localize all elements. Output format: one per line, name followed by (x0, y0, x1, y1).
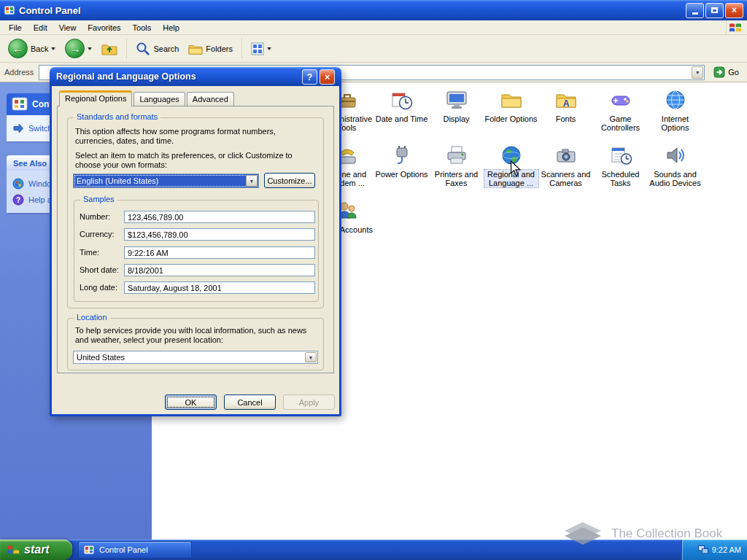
location-select-arrow-icon[interactable]: ▼ (305, 352, 317, 362)
apply-button[interactable]: Apply (283, 394, 335, 410)
menu-help[interactable]: Help (157, 22, 185, 34)
tab-advanced[interactable]: Advanced (187, 92, 234, 106)
cp-icon-printers-and-faxes[interactable]: Printers and Faxes (429, 141, 484, 196)
ok-label: OK (185, 398, 197, 407)
maximize-button[interactable] (705, 3, 724, 18)
internet-options-icon (664, 88, 687, 112)
long-date-sample-field[interactable]: Saturday, August 18, 2001 (124, 281, 315, 294)
views-button[interactable] (247, 41, 275, 57)
toolbar: ← Back → Search Folders (0, 35, 747, 63)
menu-tools[interactable]: Tools (127, 22, 158, 34)
long-date-sample-label: Long date: (80, 283, 117, 292)
cp-icon-display[interactable]: Display (429, 85, 484, 141)
scanners-cameras-icon (554, 144, 578, 167)
cancel-button[interactable]: Cancel (224, 394, 276, 410)
time-sample-field[interactable]: 9:22:16 AM (124, 246, 315, 259)
switch-view-icon (12, 122, 24, 134)
menu-view[interactable]: View (53, 22, 82, 34)
menu-file[interactable]: File (3, 22, 28, 34)
system-tray: 9:22 AM (681, 540, 747, 560)
location-select[interactable]: United States ▼ (73, 351, 318, 364)
back-button[interactable]: ← Back (4, 37, 59, 60)
number-sample-field[interactable]: 123,456,789.00 (124, 211, 315, 223)
svg-text:?: ? (16, 196, 20, 204)
forward-button[interactable]: → (61, 37, 96, 60)
close-button[interactable]: × (725, 3, 743, 18)
customize-button[interactable]: Customize... (264, 173, 315, 188)
address-dropdown-icon[interactable]: ▼ (692, 66, 703, 79)
control-panel-icon (12, 96, 28, 112)
date-time-icon (390, 88, 414, 112)
standards-formats-group: Standards and formats This option affect… (67, 117, 324, 308)
menu-favorites[interactable]: Favorites (82, 22, 126, 34)
taskbar-task-control-panel[interactable]: Control Panel (78, 541, 192, 559)
cp-icon-power-options[interactable]: Power Options (374, 141, 429, 196)
forward-dropdown-icon (88, 47, 92, 50)
cp-icon-scanners-and-cameras[interactable]: Scanners and Cameras (538, 141, 593, 196)
display-icon (445, 88, 468, 112)
cp-icon-label: Power Options (375, 170, 427, 179)
cp-icon-fonts[interactable]: A Fonts (538, 85, 593, 141)
format-select[interactable]: English (United States) ▼ (73, 174, 259, 188)
cp-icon-sounds-and-audio[interactable]: Sounds and Audio Devices (648, 141, 703, 196)
window-titlebar: Control Panel × (0, 0, 747, 20)
start-button[interactable]: start (0, 540, 72, 560)
short-date-sample-label: Short date: (80, 265, 119, 274)
cp-icon-date-and-time[interactable]: Date and Time (374, 85, 429, 141)
folders-button[interactable]: Folders (185, 41, 236, 57)
tab-regional-options[interactable]: Regional Options (59, 90, 132, 106)
dialog-tabs: Regional Options Languages Advanced (59, 90, 236, 106)
short-date-sample-field[interactable]: 8/18/2001 (124, 264, 315, 276)
menu-bar: File Edit View Favorites Tools Help (0, 20, 747, 35)
cp-icon-game-controllers[interactable]: Game Controllers (593, 85, 648, 141)
printers-faxes-icon (445, 144, 468, 167)
back-icon: ← (8, 39, 28, 58)
dialog-help-button[interactable]: ? (302, 69, 317, 85)
standards-formats-caption: Standards and formats (74, 112, 160, 121)
format-select-value: English (United States) (77, 176, 159, 185)
tab-languages[interactable]: Languages (133, 92, 185, 106)
number-sample-label: Number: (80, 212, 110, 221)
back-dropdown-icon (51, 47, 55, 50)
ok-button[interactable]: OK (165, 394, 217, 410)
go-icon (713, 66, 725, 78)
minimize-icon (692, 12, 698, 15)
fonts-icon: A (554, 88, 578, 112)
location-select-value: United States (77, 353, 125, 362)
search-button[interactable]: Search (132, 40, 182, 58)
currency-sample-field[interactable]: $123,456,789.00 (124, 228, 315, 241)
cp-icon-label: Display (443, 114, 469, 123)
address-label: Address (4, 68, 34, 77)
up-button[interactable] (98, 40, 121, 58)
minimize-button[interactable] (686, 3, 704, 18)
power-options-icon (390, 144, 414, 167)
windows-update-icon (12, 178, 24, 190)
location-group: Location To help services provide you wi… (67, 318, 324, 370)
location-description: To help services provide you with local … (75, 326, 316, 345)
see-also-label: See Also (13, 159, 47, 168)
folders-label: Folders (206, 44, 233, 53)
task-label: Control Panel (99, 545, 148, 554)
folders-icon (188, 42, 203, 55)
search-label: Search (153, 44, 179, 53)
dialog-close-button[interactable]: × (320, 69, 335, 85)
customize-label: Customize... (267, 176, 311, 185)
help-icon: ? (12, 194, 24, 206)
back-label: Back (31, 44, 48, 53)
network-icon[interactable] (698, 545, 708, 554)
menu-edit[interactable]: Edit (28, 22, 53, 34)
control-panel-icon (83, 544, 95, 556)
tray-time[interactable]: 9:22 AM (712, 545, 741, 554)
go-button[interactable]: Go (710, 65, 743, 79)
cp-icon-internet-options[interactable]: Internet Options (648, 85, 703, 141)
cancel-label: Cancel (237, 398, 262, 407)
cp-icon-label: Date and Time (376, 114, 428, 123)
regional-options-tab-page: Standards and formats This option affect… (57, 106, 334, 373)
go-label: Go (728, 68, 739, 77)
cp-icon-scheduled-tasks[interactable]: Scheduled Tasks (593, 141, 648, 196)
format-select-arrow-icon[interactable]: ▼ (246, 175, 258, 187)
cp-icon-label: Internet Options (649, 114, 703, 132)
folder-up-icon (101, 42, 117, 56)
cp-icon-folder-options[interactable]: Folder Options (484, 85, 538, 141)
cp-icon-label: Scheduled Tasks (594, 170, 648, 187)
